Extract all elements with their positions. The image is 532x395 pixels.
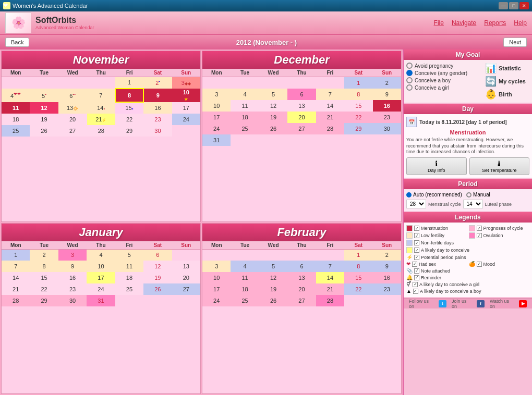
nov-26[interactable]: 26 xyxy=(30,125,58,137)
dec-19[interactable]: 19 xyxy=(259,112,287,123)
nov-19[interactable]: 19 xyxy=(30,114,58,125)
dec-4[interactable]: 4 xyxy=(231,89,259,100)
feb-13[interactable]: 13 xyxy=(287,272,316,283)
mood-check[interactable]: ✓ xyxy=(477,262,482,267)
feb-11[interactable]: 11 xyxy=(231,272,259,283)
dec-2[interactable]: 2 xyxy=(373,77,401,89)
dec-31[interactable]: 31 xyxy=(202,134,231,146)
ovulation-check[interactable]: ✓ xyxy=(477,233,482,238)
period-pains-check[interactable]: ✓ xyxy=(414,255,419,260)
radio-avoid[interactable] xyxy=(406,63,413,69)
feb-26[interactable]: 26 xyxy=(259,295,287,306)
non-fertile-check[interactable]: ✓ xyxy=(414,240,419,245)
day-info-button[interactable]: ℹ Day Info xyxy=(406,157,467,175)
jan-5[interactable]: 5 xyxy=(115,249,143,261)
menu-file[interactable]: File xyxy=(434,19,444,27)
menu-navigate[interactable]: Navigate xyxy=(452,19,476,27)
dec-26[interactable]: 26 xyxy=(259,123,287,134)
nov-27[interactable]: 27 xyxy=(58,125,87,137)
feb-6[interactable]: 6 xyxy=(287,261,316,272)
low-fertility-check[interactable]: ✓ xyxy=(414,233,419,238)
birth-button[interactable]: 👶 Birth xyxy=(485,89,529,100)
nov-12[interactable]: 12 xyxy=(30,102,58,114)
auto-radio[interactable]: Auto (recommended) xyxy=(406,192,462,198)
dec-14[interactable]: 14 xyxy=(316,100,344,112)
feb-18[interactable]: 18 xyxy=(231,283,259,295)
reminder-check[interactable]: ✓ xyxy=(414,275,419,280)
feb-23[interactable]: 23 xyxy=(373,283,401,295)
dec-13[interactable]: 13 xyxy=(287,100,316,112)
jan-18[interactable]: 18 xyxy=(115,272,143,283)
nov-14[interactable]: 14• xyxy=(87,102,115,114)
jan-2[interactable]: 2 xyxy=(30,249,58,261)
feb-9[interactable]: 9 xyxy=(373,261,401,272)
nov-3[interactable]: 3◆◆ xyxy=(172,77,200,89)
jan-21[interactable]: 21 xyxy=(2,283,30,295)
youtube-icon[interactable]: ▶ xyxy=(519,300,527,307)
feb-5[interactable]: 5 xyxy=(259,261,287,272)
jan-15[interactable]: 15 xyxy=(30,272,58,283)
jan-14[interactable]: 14 xyxy=(2,272,30,283)
dec-16[interactable]: 16 xyxy=(373,100,401,112)
maximize-button[interactable]: □ xyxy=(509,2,518,9)
note-check[interactable]: ✓ xyxy=(414,268,419,274)
jan-30[interactable]: 30 xyxy=(58,295,87,306)
dec-27[interactable]: 27 xyxy=(287,123,316,134)
dec-30[interactable]: 30 xyxy=(373,123,401,134)
conceive-boy-check[interactable]: ✓ xyxy=(413,289,418,294)
feb-21[interactable]: 21 xyxy=(316,283,344,295)
facebook-icon[interactable]: f xyxy=(477,300,485,307)
jan-31[interactable]: 31 xyxy=(87,295,115,306)
dec-21[interactable]: 21 xyxy=(316,112,344,123)
dec-29[interactable]: 29 xyxy=(344,123,372,134)
nov-20[interactable]: 20 xyxy=(58,114,87,125)
feb-2[interactable]: 2 xyxy=(373,249,401,261)
radio-boy[interactable] xyxy=(406,77,413,83)
feb-10[interactable]: 10 xyxy=(202,272,231,283)
close-button[interactable]: ✕ xyxy=(519,2,529,9)
feb-25[interactable]: 25 xyxy=(231,295,259,306)
nov-22[interactable]: 22 xyxy=(115,114,143,125)
jan-3[interactable]: 3 xyxy=(58,249,87,261)
nov-17[interactable]: 17 xyxy=(172,102,200,114)
dec-17[interactable]: 17 xyxy=(202,112,231,123)
feb-27[interactable]: 27 xyxy=(287,295,316,306)
nov-30[interactable]: 30 xyxy=(143,125,172,137)
jan-23[interactable]: 23 xyxy=(58,283,87,295)
dec-24[interactable]: 24 xyxy=(202,123,231,134)
prognoses-check[interactable]: ✓ xyxy=(477,226,482,231)
nov-7[interactable]: 7 xyxy=(87,89,115,102)
nov-16[interactable]: 16 xyxy=(143,102,172,114)
nov-9[interactable]: 9 xyxy=(143,89,172,102)
jan-27[interactable]: 27 xyxy=(172,283,200,295)
nov-25[interactable]: 25 xyxy=(2,125,30,137)
jan-6[interactable]: 6 xyxy=(143,249,172,261)
jan-4[interactable]: 4 xyxy=(87,249,115,261)
jan-19[interactable]: 19 xyxy=(143,272,172,283)
menu-help[interactable]: Help xyxy=(514,19,527,27)
dec-18[interactable]: 18 xyxy=(231,112,259,123)
nov-2[interactable]: 2• xyxy=(143,77,172,89)
nov-13[interactable]: 13🔆 xyxy=(58,102,87,114)
radio-conceive-any[interactable] xyxy=(406,70,413,76)
jan-16[interactable]: 16 xyxy=(58,272,87,283)
dec-20[interactable]: 20 xyxy=(287,112,316,123)
nov-4[interactable]: 4❤❤ xyxy=(2,89,30,102)
dec-23[interactable]: 23 xyxy=(373,112,401,123)
nov-24[interactable]: 24 xyxy=(172,114,200,125)
manual-radio[interactable]: Manual xyxy=(466,192,490,198)
menstruation-check[interactable]: ✓ xyxy=(414,226,419,231)
feb-4[interactable]: 4 xyxy=(231,261,259,272)
nov-28[interactable]: 28 xyxy=(87,125,115,137)
nov-11[interactable]: 11 xyxy=(2,102,30,114)
dec-9[interactable]: 9 xyxy=(373,89,401,100)
jan-9[interactable]: 9 xyxy=(58,261,87,272)
nov-15[interactable]: 15• xyxy=(115,102,143,114)
feb-28[interactable]: 28 xyxy=(316,295,344,306)
jan-10[interactable]: 10 xyxy=(87,261,115,272)
back-button[interactable]: Back xyxy=(5,38,29,47)
feb-19[interactable]: 19 xyxy=(259,283,287,295)
feb-20[interactable]: 20 xyxy=(287,283,316,295)
nov-5[interactable]: 5• xyxy=(30,89,58,102)
jan-1[interactable]: 1 xyxy=(2,249,30,261)
